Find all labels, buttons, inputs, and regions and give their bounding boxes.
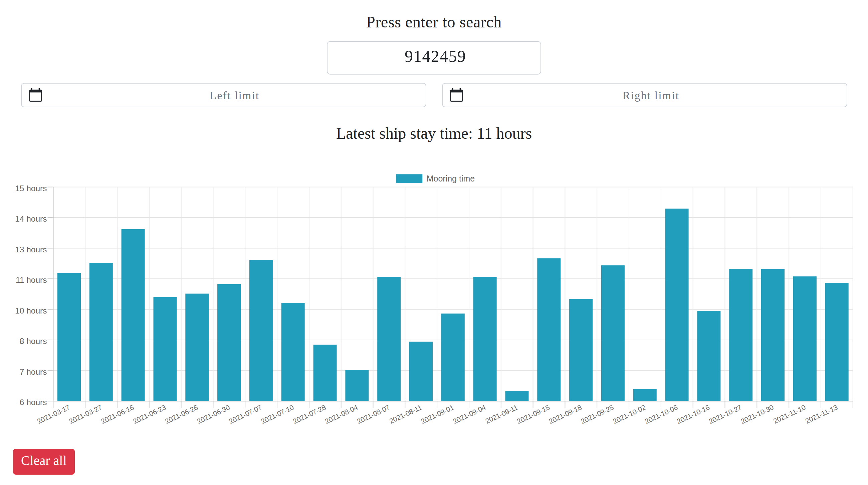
svg-text:Mooring time: Mooring time [427,174,475,183]
svg-text:8 hours: 8 hours [20,337,47,346]
svg-text:2021-08-11: 2021-08-11 [388,403,423,425]
svg-text:10 hours: 10 hours [15,306,47,315]
svg-text:2021-11-10: 2021-11-10 [772,403,807,425]
svg-text:7 hours: 7 hours [20,367,47,376]
svg-text:13 hours: 13 hours [15,245,47,254]
svg-text:15 hours: 15 hours [15,184,47,193]
svg-text:6 hours: 6 hours [20,398,47,407]
svg-text:14 hours: 14 hours [15,214,47,223]
svg-text:11 hours: 11 hours [16,276,47,284]
svg-text:2021-11-13: 2021-11-13 [804,403,839,425]
svg-text:2021-09-11: 2021-09-11 [484,403,519,425]
